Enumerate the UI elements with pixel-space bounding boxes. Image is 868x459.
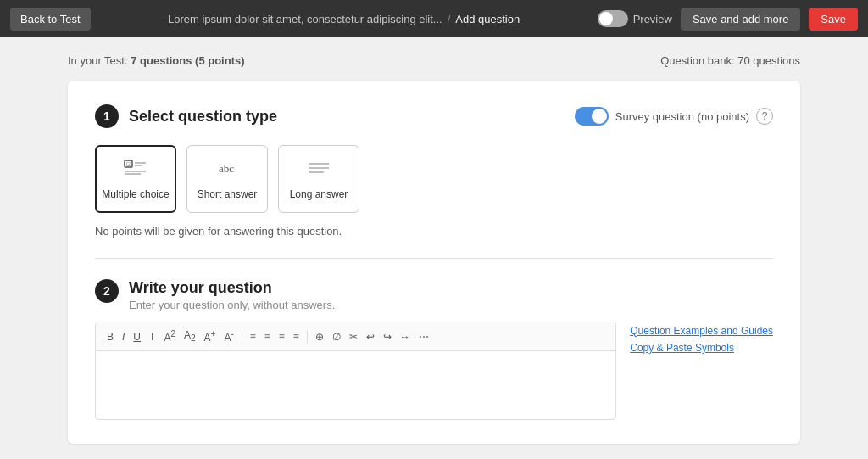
multiple-choice-type-card[interactable]: ☑ Multiple choice [95, 145, 176, 213]
toolbar-align-right[interactable]: ≡ [276, 329, 287, 344]
survey-toggle-knob [592, 109, 607, 124]
toolbar-undo[interactable]: ↩ [364, 329, 377, 344]
section2-header: 2 Write your question Enter your questio… [95, 279, 773, 311]
save-button[interactable]: Save [809, 8, 858, 31]
editor-body[interactable] [96, 351, 615, 419]
editor-toolbar: B I U T A2 A2 A+ A- ≡ ≡ ≡ ≡ ⊕ [96, 322, 615, 351]
toolbar-italic[interactable]: I [120, 329, 127, 344]
breadcrumb-separator: / [448, 13, 451, 25]
toolbar-list[interactable]: ≡ [291, 329, 302, 344]
question-editor[interactable]: B I U T A2 A2 A+ A- ≡ ≡ ≡ ≡ ⊕ [95, 322, 616, 420]
top-header: Back to Test Lorem ipsum dolor sit amet,… [0, 0, 868, 37]
toolbar-insert[interactable]: ⊕ [313, 329, 326, 344]
toolbar-more[interactable]: ⋯ [416, 329, 431, 344]
toolbar-redo[interactable]: ↪ [381, 329, 394, 344]
toolbar-link[interactable]: ↔ [398, 329, 413, 344]
multiple-choice-icon: ☑ [124, 159, 147, 183]
toolbar-align-center[interactable]: ≡ [262, 329, 273, 344]
survey-toggle-area: Survey question (no points) ? [575, 107, 773, 126]
help-icon[interactable]: ? [756, 108, 773, 125]
section1-title: Select question type [129, 108, 565, 126]
toolbar-subscript[interactable]: A2 [181, 327, 198, 344]
preview-toggle-container: Preview [598, 10, 672, 27]
survey-toggle[interactable] [575, 107, 609, 126]
copy-paste-symbols-link[interactable]: Copy & Paste Symbols [630, 342, 773, 354]
toolbar-bold[interactable]: B [104, 329, 116, 344]
back-to-test-button[interactable]: Back to Test [10, 8, 91, 31]
toolbar-superscript[interactable]: A2 [161, 327, 178, 345]
in-your-test-label: In your Test: [68, 54, 128, 67]
main-card: 1 Select question type Survey question (… [68, 81, 800, 444]
header-right: Preview Save and add more Save [598, 8, 858, 31]
section-divider [95, 258, 773, 259]
toolbar-sep2 [307, 330, 308, 344]
questions-info: 7 questions (5 points) [131, 54, 244, 67]
toolbar-increase-font[interactable]: A+ [202, 327, 219, 345]
svg-text:abc: abc [219, 162, 234, 175]
main-content: In your Test: 7 questions (5 points) Que… [0, 37, 868, 459]
toolbar-sep1 [242, 330, 242, 344]
multiple-choice-label: Multiple choice [102, 188, 169, 200]
survey-label: Survey question (no points) [615, 110, 749, 123]
long-answer-type-card[interactable]: Long answer [278, 145, 359, 213]
add-question-breadcrumb: Add question [455, 13, 520, 25]
preview-label: Preview [633, 13, 672, 25]
breadcrumb-title: Lorem ipsum dolor sit amet, consectetur … [168, 13, 442, 25]
editor-area: B I U T A2 A2 A+ A- ≡ ≡ ≡ ≡ ⊕ [95, 322, 773, 420]
header-center: Lorem ipsum dolor sit amet, consectetur … [91, 13, 598, 25]
header-left: Back to Test [10, 8, 91, 31]
question-bank-stat: Question bank: 70 questions [660, 54, 800, 67]
section2-subtitle: Enter your question only, without answer… [129, 299, 335, 311]
section1-number: 1 [95, 104, 119, 128]
preview-toggle[interactable] [598, 10, 628, 27]
section2-number: 2 [95, 279, 119, 303]
svg-text:☑: ☑ [126, 161, 131, 167]
short-answer-type-card[interactable]: abc Short answer [186, 145, 268, 213]
editor-links: Question Examples and Guides Copy & Past… [630, 322, 773, 420]
section1-header: 1 Select question type Survey question (… [95, 104, 773, 128]
section2-text: Write your question Enter your question … [129, 279, 335, 311]
save-and-add-more-button[interactable]: Save and add more [681, 8, 800, 31]
toolbar-underline[interactable]: U [131, 329, 143, 344]
no-points-message: No points will be given for answering th… [95, 225, 773, 238]
question-types-container: ☑ Multiple choice abc Short answer [95, 145, 773, 213]
long-answer-icon [307, 159, 331, 183]
section2-container: 2 Write your question Enter your questio… [95, 279, 773, 420]
toggle-knob [599, 12, 613, 25]
toolbar-cut[interactable]: ✂ [347, 329, 360, 344]
section2-title: Write your question [129, 279, 335, 297]
stats-row: In your Test: 7 questions (5 points) Que… [68, 54, 800, 67]
toolbar-decrease-font[interactable]: A- [221, 327, 236, 345]
short-answer-icon: abc [215, 159, 239, 183]
toolbar-align-left[interactable]: ≡ [248, 329, 259, 344]
question-examples-link[interactable]: Question Examples and Guides [630, 325, 773, 337]
in-your-test-stat: In your Test: 7 questions (5 points) [68, 54, 245, 67]
toolbar-text[interactable]: T [147, 329, 158, 344]
long-answer-label: Long answer [290, 188, 348, 200]
toolbar-clear[interactable]: ∅ [330, 329, 343, 344]
short-answer-label: Short answer [198, 188, 258, 200]
